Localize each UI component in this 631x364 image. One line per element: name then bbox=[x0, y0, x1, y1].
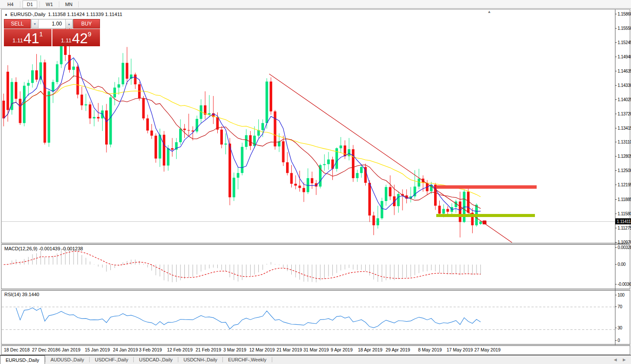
chart-title: EURUSD-,Daily bbox=[10, 12, 45, 17]
ohlc-values: 1.11358 1.11424 1.11339 1.11411 bbox=[48, 12, 122, 17]
date-tick-label: 9 Apr 2019 bbox=[331, 347, 353, 352]
date-tick-label: 3 Feb 2019 bbox=[139, 347, 162, 352]
timeframe-button-h4[interactable]: H4 bbox=[3, 0, 18, 8]
toolbar-separator bbox=[39, 1, 40, 7]
date-tick-label: 31 Mar 2019 bbox=[303, 347, 329, 352]
buy-price-pip: 9 bbox=[88, 31, 91, 37]
timeframe-button-mn[interactable]: MN bbox=[61, 0, 76, 8]
chart-tab-bar: EURUSD-,DailyAUDUSD-,DailyUSDCHF-,DailyU… bbox=[0, 355, 631, 364]
current-price-tag: 1.11411 bbox=[615, 218, 631, 224]
date-tick-label: 18 Apr 2019 bbox=[358, 347, 383, 352]
buy-price-main: 42 bbox=[72, 32, 88, 45]
chart-tab-usdcnh[interactable]: USDCNH-,Daily bbox=[178, 355, 222, 364]
price-tick-label: 1.10970 bbox=[615, 239, 631, 245]
price-tick-label: 1.15245 bbox=[615, 40, 631, 45]
rsi-tick-label: 0 bbox=[615, 338, 620, 343]
price-tick-label: 1.14940 bbox=[615, 54, 631, 60]
date-tick-label: 29 Apr 2019 bbox=[386, 347, 410, 352]
date-tick-label: 18 Dec 2018 bbox=[4, 347, 30, 352]
price-tick-label: 1.13415 bbox=[615, 125, 631, 131]
date-tick-label: 27 May 2019 bbox=[474, 347, 501, 352]
rsi-tick-label: 70 bbox=[615, 304, 622, 310]
date-tick-label: 12 Mar 2019 bbox=[249, 347, 275, 352]
toolbar-separator bbox=[59, 1, 59, 7]
timeframe-button-d1[interactable]: D1 bbox=[23, 0, 37, 8]
sell-price-prefix: 1.11 bbox=[13, 36, 23, 45]
price-tick-label: 1.15860 bbox=[615, 11, 631, 17]
chart-tab-audusd[interactable]: AUDUSD-,Daily bbox=[45, 355, 90, 364]
volume-input[interactable] bbox=[39, 19, 65, 28]
mt-terminal-window: H4D1W1MN ▲ EURUSD-,Daily 1.11358 1.11424… bbox=[0, 0, 631, 364]
date-tick-label: 15 Jan 2019 bbox=[85, 347, 110, 352]
price-tick-label: 1.12195 bbox=[615, 182, 631, 188]
macd-indicator-canvas[interactable] bbox=[2, 245, 615, 289]
volume-stepper: ▼ ▲ bbox=[31, 19, 73, 29]
price-tick-label: 1.15550 bbox=[615, 26, 631, 31]
rsi-label: RSI(14) 39.1440 bbox=[4, 292, 39, 297]
volume-decrease-button[interactable]: ▼ bbox=[32, 19, 39, 28]
sell-price-pip: 1 bbox=[39, 31, 43, 37]
date-tick-label: 21 Mar 2019 bbox=[277, 347, 302, 352]
date-tick-label: 6 Jan 2019 bbox=[58, 347, 80, 352]
price-tick-label: 1.11885 bbox=[615, 197, 631, 202]
rsi-tick-label: 30 bbox=[615, 325, 622, 331]
sell-price-main: 41 bbox=[23, 32, 39, 45]
date-tick-label: 3 Mar 2019 bbox=[223, 347, 246, 352]
macd-tick-label: 0.00328 bbox=[615, 245, 631, 250]
price-tick-label: 1.13110 bbox=[615, 139, 631, 145]
buy-button[interactable]: BUY bbox=[73, 19, 100, 29]
buy-price-tile[interactable]: 1.11 42 9 bbox=[52, 29, 100, 46]
date-tick-label: 17 May 2019 bbox=[447, 347, 473, 352]
timeframe-toolbar: H4D1W1MN bbox=[0, 0, 631, 9]
macd-label: MACD(12,26,9) -0.001439 -0.001238 bbox=[4, 246, 83, 251]
chart-symbol-info: ▲ EURUSD-,Daily 1.11358 1.11424 1.11339 … bbox=[4, 12, 122, 17]
buy-price-prefix: 1.11 bbox=[61, 36, 71, 45]
date-tick-label: 24 Jan 2019 bbox=[113, 347, 138, 352]
tabs-scroll-right-icon[interactable]: ▶ bbox=[623, 358, 626, 362]
price-tick-label: 1.11275 bbox=[615, 225, 631, 231]
date-tick-label: 8 May 2019 bbox=[418, 347, 442, 352]
macd-tick-label: -0.00365 bbox=[615, 281, 631, 287]
rsi-indicator-canvas[interactable] bbox=[2, 291, 615, 344]
price-tick-label: 1.11580 bbox=[615, 211, 631, 217]
rsi-tick-label: 100 bbox=[615, 292, 625, 298]
tabs-scroll-left-icon[interactable]: ◀ bbox=[614, 358, 617, 362]
price-tick-label: 1.14635 bbox=[615, 68, 631, 74]
sell-price-tile[interactable]: 1.11 41 1 bbox=[4, 29, 52, 46]
chart-tab-eurusd[interactable]: EURUSD-,Daily bbox=[0, 355, 45, 364]
one-click-trading-panel: SELL ▼ ▲ BUY 1.11 41 1 1.11 42 9 bbox=[4, 19, 100, 46]
volume-increase-button[interactable]: ▲ bbox=[65, 19, 72, 28]
price-tick-label: 1.13720 bbox=[615, 111, 631, 117]
chart-shift-marker-icon[interactable]: ▲ bbox=[487, 10, 491, 14]
toolbar-separator bbox=[78, 1, 79, 7]
date-axis: 18 Dec 201827 Dec 20186 Jan 201915 Jan 2… bbox=[2, 346, 615, 354]
price-tick-label: 1.12805 bbox=[615, 153, 631, 159]
date-tick-label: 21 Feb 2019 bbox=[196, 347, 221, 352]
tab-separator bbox=[272, 357, 272, 362]
one-click-collapse-icon[interactable]: ▲ bbox=[4, 13, 8, 16]
toolbar-separator bbox=[20, 1, 20, 7]
price-tick-label: 1.12500 bbox=[615, 168, 631, 173]
chart-tab-eurchf[interactable]: EURCHF-,Weekly bbox=[223, 355, 271, 364]
timeframe-button-w1[interactable]: W1 bbox=[42, 0, 57, 8]
chart-tab-usdchf[interactable]: USDCHF-,Daily bbox=[90, 355, 133, 364]
date-tick-label: 12 Feb 2019 bbox=[167, 347, 193, 352]
date-tick-label: 27 Dec 2018 bbox=[32, 347, 58, 352]
price-tick-label: 1.14330 bbox=[615, 83, 631, 88]
sell-button[interactable]: SELL bbox=[4, 19, 31, 29]
price-tick-label: 1.14025 bbox=[615, 97, 631, 102]
macd-tick-label: 0.00 bbox=[615, 262, 625, 267]
chart-tab-usdcad[interactable]: USDCAD-,Daily bbox=[134, 355, 178, 364]
